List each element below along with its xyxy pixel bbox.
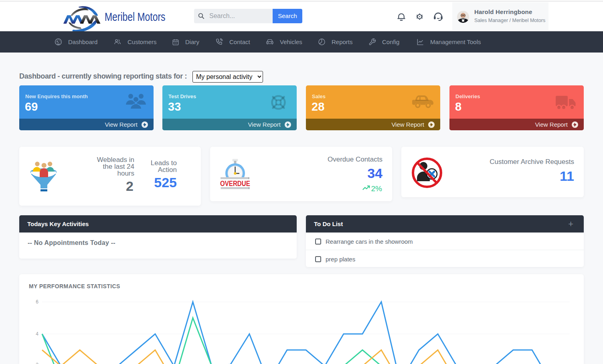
svg-text:OVERDUE: OVERDUE xyxy=(220,180,250,188)
